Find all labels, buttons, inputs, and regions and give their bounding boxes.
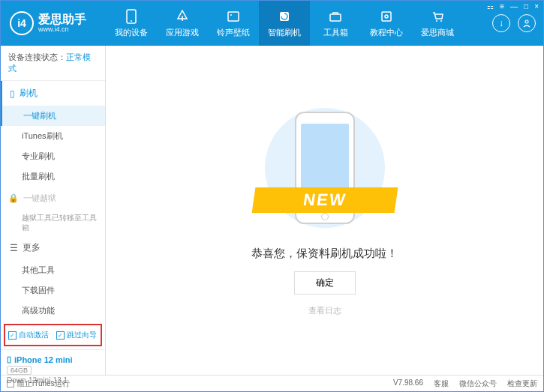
apps-icon <box>175 9 190 24</box>
svg-rect-4 <box>330 14 341 21</box>
download-button[interactable]: ↓ <box>492 14 510 32</box>
nav-smart-flash[interactable]: 智能刷机 <box>259 1 310 46</box>
sidebar-item-itunes-flash[interactable]: iTunes刷机 <box>1 126 105 146</box>
nav-apps[interactable]: 应用游戏 <box>157 1 208 46</box>
jailbreak-note: 越狱工具已转移至工具箱 <box>1 210 105 235</box>
sidebar-item-other-tools[interactable]: 其他工具 <box>1 260 105 280</box>
flash-options: ✓自动激活 ✓跳过向导 <box>4 324 102 346</box>
wallpaper-icon <box>226 9 241 24</box>
cart-icon <box>430 9 445 24</box>
svg-point-6 <box>385 15 388 18</box>
device-capacity: 64GB <box>7 366 32 375</box>
user-button[interactable] <box>518 14 536 32</box>
footer-support[interactable]: 客服 <box>434 379 449 389</box>
ok-button[interactable]: 确定 <box>294 271 356 295</box>
logo-icon: i4 <box>10 11 34 35</box>
sidebar-item-oneclick-flash[interactable]: 一键刷机 <box>1 106 105 126</box>
phone-icon: ▯ <box>10 88 15 99</box>
book-icon <box>379 9 394 24</box>
sidebar-item-advanced[interactable]: 高级功能 <box>1 301 105 321</box>
footer-wechat[interactable]: 微信公众号 <box>459 379 497 389</box>
device-name: ▯iPhone 12 mini <box>7 355 99 364</box>
sidebar: 设备连接状态：正常模式 ▯ 刷机 一键刷机 iTunes刷机 专业刷机 批量刷机… <box>1 46 106 375</box>
flash-icon <box>277 9 292 24</box>
sidebar-item-pro-flash[interactable]: 专业刷机 <box>1 146 105 166</box>
view-log-link[interactable]: 查看日志 <box>308 305 341 316</box>
svg-point-7 <box>436 20 437 22</box>
sidebar-section-more[interactable]: ☰ 更多 <box>1 235 105 260</box>
toolbox-icon <box>328 9 343 24</box>
svg-point-1 <box>131 20 132 22</box>
nav: 我的设备 应用游戏 铃声壁纸 智能刷机 工具箱 教程中心 爱思商城 <box>106 1 492 46</box>
nav-my-device[interactable]: 我的设备 <box>106 1 157 46</box>
success-illustration: NEW <box>269 104 381 232</box>
footer-update[interactable]: 检查更新 <box>507 379 537 389</box>
sidebar-section-flash[interactable]: ▯ 刷机 <box>1 81 105 106</box>
pin-icon[interactable]: ⚏ <box>487 2 494 10</box>
sidebar-item-download-firmware[interactable]: 下载固件 <box>1 280 105 301</box>
phone-icon: ▯ <box>7 355 11 364</box>
connection-status: 设备连接状态：正常模式 <box>1 46 105 81</box>
nav-tutorials[interactable]: 教程中心 <box>361 1 412 46</box>
block-itunes-checkbox[interactable]: 阻止iTunes运行 <box>7 379 70 389</box>
version-label: V7.98.66 <box>393 379 423 389</box>
logo-area: i4 爱思助手 www.i4.cn <box>1 11 106 35</box>
menu-icon[interactable]: ≡ <box>500 2 504 10</box>
new-badge: NEW <box>251 187 398 213</box>
svg-rect-5 <box>382 12 391 21</box>
sidebar-item-batch-flash[interactable]: 批量刷机 <box>1 166 105 187</box>
lock-icon: 🔒 <box>8 193 19 203</box>
nav-store[interactable]: 爱思商城 <box>412 1 463 46</box>
phone-icon <box>124 9 139 24</box>
svg-rect-2 <box>228 12 239 21</box>
app-name: 爱思助手 <box>38 13 86 25</box>
nav-ringtones[interactable]: 铃声壁纸 <box>208 1 259 46</box>
maximize-icon[interactable]: □ <box>524 2 528 10</box>
header: i4 爱思助手 www.i4.cn 我的设备 应用游戏 铃声壁纸 智能刷机 工具… <box>1 1 543 46</box>
svg-point-9 <box>525 20 528 23</box>
window-controls: ⚏ ≡ — □ × <box>487 2 539 10</box>
footer: 阻止iTunes运行 V7.98.66 客服 微信公众号 检查更新 <box>1 375 543 391</box>
app-url: www.i4.cn <box>38 25 86 33</box>
success-message: 恭喜您，保资料刷机成功啦！ <box>251 247 398 261</box>
auto-activate-checkbox[interactable]: ✓自动激活 <box>8 330 49 340</box>
sidebar-section-jailbreak: 🔒 一键越狱 <box>1 187 105 210</box>
header-right: ↓ <box>492 14 543 32</box>
close-icon[interactable]: × <box>534 2 539 10</box>
main-content: NEW 恭喜您，保资料刷机成功啦！ 确定 查看日志 <box>106 46 543 375</box>
skip-wizard-checkbox[interactable]: ✓跳过向导 <box>56 330 97 340</box>
nav-toolbox[interactable]: 工具箱 <box>310 1 361 46</box>
menu-icon: ☰ <box>10 243 18 253</box>
minimize-icon[interactable]: — <box>510 2 518 10</box>
svg-point-8 <box>440 20 442 22</box>
body: 设备连接状态：正常模式 ▯ 刷机 一键刷机 iTunes刷机 专业刷机 批量刷机… <box>1 46 543 375</box>
